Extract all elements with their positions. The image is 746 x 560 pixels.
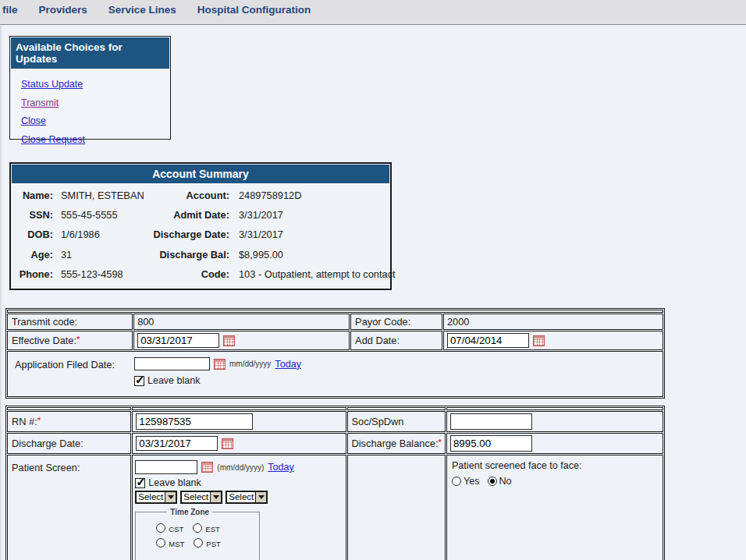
- field-value: 103 - Outpatient, attempt to contact: [239, 268, 396, 280]
- calendar-icon[interactable]: [533, 335, 545, 346]
- time-zone-legend: Time Zone: [167, 508, 212, 516]
- calendar-icon[interactable]: [222, 438, 233, 449]
- field-value: $8,995.00: [239, 248, 283, 260]
- field-value: 3/31/2017: [239, 209, 283, 221]
- time-zone-fieldset: Time Zone CST EST MST PST: [135, 508, 260, 560]
- select-value: Select: [182, 492, 210, 502]
- radio-no[interactable]: [488, 477, 497, 486]
- spacer-cell: [7, 407, 131, 410]
- radio-est[interactable]: [193, 523, 202, 533]
- field-label: SSN:: [13, 209, 53, 221]
- required-asterisk: *: [37, 416, 41, 425]
- calendar-icon[interactable]: [214, 359, 226, 370]
- required-asterisk: *: [438, 438, 441, 447]
- patient-screen-cell: (mm/dd/yyyy) Today Leave blank Select Se…: [132, 455, 346, 560]
- radio-mst-label: MST: [169, 537, 184, 548]
- field-label: Discharge Date:: [104, 229, 229, 240]
- spacer-cell: [347, 407, 446, 410]
- spacer-cell: [446, 407, 663, 410]
- calendar-icon[interactable]: [201, 462, 213, 473]
- discharge-date-input[interactable]: [136, 436, 218, 451]
- link-close[interactable]: Close: [21, 115, 46, 126]
- account-summary-rows: Name: SMITH, ESTEBAN Account: 2489758912…: [12, 183, 389, 284]
- discharge-date-label: Discharge Date:: [7, 433, 131, 454]
- field-value: 3/31/2017: [239, 229, 283, 240]
- nav-item-file[interactable]: file: [2, 4, 18, 16]
- available-choices-list: Status Update Transmit Close Close Reque…: [11, 69, 169, 147]
- required-asterisk: *: [76, 335, 80, 344]
- field-label: DOB:: [13, 229, 53, 240]
- nav-item-service-lines[interactable]: Service Lines: [108, 4, 176, 16]
- today-link[interactable]: Today: [275, 359, 301, 370]
- account-summary-title: Account Summary: [12, 165, 389, 183]
- radio-yes[interactable]: [452, 477, 461, 486]
- field-label: Phone:: [13, 268, 53, 280]
- effective-date-input[interactable]: [137, 333, 219, 348]
- face-to-face-label: Patient screened face to face:: [450, 457, 659, 471]
- account-row: Age: 31 Discharge Bal: $8,995.00: [12, 244, 389, 264]
- account-row: Name: SMITH, ESTEBAN Account: 2489758912…: [12, 185, 389, 204]
- top-nav: file Providers Service Lines Hospital Co…: [0, 0, 746, 25]
- chevron-down-icon: [165, 492, 176, 502]
- account-row: DOB: 1/6/1986 Discharge Date: 3/31/2017: [12, 225, 389, 244]
- soc-spdwn-label: Soc/SpDwn: [347, 411, 446, 432]
- field-label: Name:: [13, 189, 53, 200]
- field-label: Admit Date:: [104, 209, 229, 221]
- account-row: SSN: 555-45-5555 Admit Date: 3/31/2017: [12, 204, 389, 224]
- field-label: Discharge Bal:: [104, 248, 229, 260]
- radio-no-label: No: [497, 476, 520, 487]
- effective-date-label: Effective Date:*: [7, 331, 133, 350]
- link-status-update[interactable]: Status Update: [21, 79, 83, 90]
- radio-est-label: EST: [205, 523, 219, 533]
- soc-spdwn-input[interactable]: [450, 413, 532, 430]
- chevron-down-icon: [210, 492, 221, 502]
- radio-yes-label: Yes: [461, 476, 488, 487]
- field-value: 31: [61, 248, 72, 260]
- patient-screen-select-2[interactable]: Select: [180, 491, 222, 504]
- patient-screen-select-3[interactable]: Select: [226, 491, 268, 504]
- leave-blank-label: Leave blank: [144, 375, 200, 386]
- field-value: 1/6/1986: [61, 229, 100, 240]
- date-format-hint: mm/dd/yyyy: [229, 360, 271, 368]
- today-link[interactable]: Today: [268, 462, 294, 473]
- field-label: Code:: [104, 268, 229, 280]
- page-left-edge: [0, 26, 2, 560]
- rn-label: RN #:*: [7, 411, 131, 432]
- leave-blank-checkbox[interactable]: [134, 376, 144, 386]
- discharge-balance-label: Discharge Balance:*: [347, 433, 446, 454]
- payor-code-label: Payor Code:: [350, 314, 442, 330]
- empty-cell: [347, 455, 446, 560]
- discharge-balance-input[interactable]: [450, 435, 532, 452]
- available-choices-title: Available Choices for Updates: [11, 37, 169, 69]
- spacer-row: [7, 310, 663, 313]
- patient-screen-select-1[interactable]: Select: [135, 491, 177, 504]
- transmit-form-table: Transmit code: 800 Payor Code: 2000 Effe…: [5, 308, 665, 399]
- link-close-request[interactable]: Close Request: [21, 134, 85, 145]
- leave-blank-label: Leave blank: [145, 477, 201, 488]
- transmit-code-value: 800: [133, 314, 350, 330]
- radio-cst[interactable]: [156, 523, 165, 533]
- radio-cst-label: CST: [169, 523, 183, 533]
- leave-blank-checkbox[interactable]: [135, 478, 145, 488]
- rn-input[interactable]: [136, 413, 253, 430]
- field-label: Account:: [104, 189, 229, 200]
- radio-mst[interactable]: [156, 538, 165, 548]
- link-transmit[interactable]: Transmit: [21, 97, 59, 108]
- nav-item-hospital-configuration[interactable]: Hospital Configuration: [197, 4, 311, 16]
- calendar-icon[interactable]: [223, 335, 235, 346]
- radio-pst[interactable]: [194, 538, 203, 548]
- application-filed-date-row: Application Filed Date: mm/dd/yyyy Today…: [7, 351, 663, 397]
- patient-form-table: RN #:* Soc/SpDwn Discharge Date: Dischar…: [5, 406, 665, 560]
- account-row: Phone: 555-123-4598 Code: 103 - Outpatie…: [12, 264, 389, 284]
- application-filed-date-input[interactable]: [134, 357, 210, 370]
- field-value: 2489758912D: [239, 189, 301, 200]
- date-format-hint: (mm/dd/yyyy): [217, 463, 264, 472]
- field-label: Age:: [13, 248, 53, 260]
- add-date-input[interactable]: [447, 333, 529, 348]
- application-filed-date-label: Application Filed Date:: [11, 357, 134, 370]
- chevron-down-icon: [255, 492, 266, 502]
- patient-screen-label: Patient Screen:: [7, 455, 131, 560]
- patient-screen-date-input[interactable]: [135, 460, 197, 474]
- account-summary-panel: Account Summary Name: SMITH, ESTEBAN Acc…: [9, 162, 392, 290]
- nav-item-providers[interactable]: Providers: [39, 4, 87, 16]
